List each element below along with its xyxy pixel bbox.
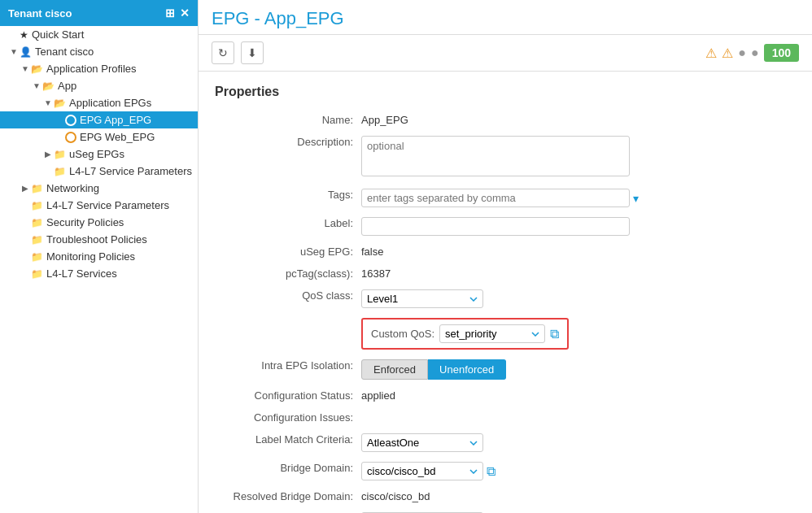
tags-row: ▾ [361, 189, 796, 207]
prop-value-config-issues [361, 408, 796, 411]
section-title: Properties [215, 85, 796, 99]
sidebar-item-monitoring-policies[interactable]: Monitoring Policies [0, 248, 198, 265]
warning-icon-1: ⚠ [705, 46, 717, 61]
circle-icon-web-epg [65, 132, 76, 143]
info-icon-1: ● [738, 46, 746, 60]
sidebar-close-icon[interactable]: ✕ [180, 7, 190, 20]
toolbar: ↻ ⬇ ⚠ ⚠ ● ● 100 [199, 35, 812, 72]
refresh-button[interactable]: ↻ [212, 41, 234, 64]
tags-dropdown-icon[interactable]: ▾ [633, 192, 639, 205]
label-input[interactable] [361, 217, 630, 236]
sidebar-item-epg-web-epg[interactable]: EPG Web_EPG [0, 128, 198, 146]
prop-value-pctag: 16387 [361, 264, 796, 280]
label-match-select-wrapper: AtleastOne AtmostOne All None [361, 433, 796, 452]
sidebar-item-label: L4-L7 Services [46, 267, 117, 280]
sidebar-item-label: Networking [46, 182, 99, 194]
sidebar-item-label: Quick Start [32, 28, 84, 41]
prop-value-config-status: applied [361, 386, 796, 402]
prop-label-tags: Tags: [215, 185, 361, 201]
sidebar-item-epg-app-epg[interactable]: EPG App_EPG [0, 111, 198, 128]
prop-row-monitoring-policy: Monitoring Policy: select a value ⧉ [215, 509, 796, 513]
prop-label-qos: QoS class: [215, 286, 361, 302]
sidebar-item-l4l7-service-params-2[interactable]: L4-L7 Service Parameters [0, 197, 198, 214]
prop-row-label-match: Label Match Criteria: AtleastOne AtmostO… [215, 430, 796, 452]
qos-select-wrapper: Level1 Level2 Level3 Unspecified [361, 289, 796, 308]
folder-open-icon-app [42, 80, 55, 92]
custom-qos-nav-icon[interactable]: ⧉ [550, 327, 559, 341]
prop-label-resolved-bd: Resolved Bridge Domain: [215, 487, 361, 502]
sidebar-item-label: L4-L7 Service Parameters [46, 199, 169, 211]
prop-label-intra-epg: Intra EPG Isolation: [215, 356, 361, 372]
arrow-app-profiles [20, 64, 31, 73]
bridge-domain-select-wrapper: cisco/cisco_bd ⧉ [361, 462, 796, 480]
sidebar-item-application-epgs[interactable]: Application EPGs [0, 94, 198, 111]
page-title: EPG - App_EPG [212, 8, 799, 29]
prop-row-label: Label: [215, 214, 796, 236]
prop-value-description [361, 133, 796, 179]
prop-row-pctag: pcTag(sclass): 16387 [215, 264, 796, 280]
custom-qos-label: Custom QoS: [371, 328, 434, 340]
prop-label-custom-qos [215, 315, 361, 318]
sidebar-item-label: Application EPGs [69, 97, 151, 109]
download-button[interactable]: ⬇ [241, 41, 264, 64]
prop-label-name: Name: [215, 111, 361, 126]
prop-row-config-status: Configuration Status: applied [215, 386, 796, 402]
sidebar-item-label: Security Policies [46, 216, 124, 228]
folder-icon-monitoring [31, 250, 43, 263]
prop-row-tags: Tags: ▾ [215, 185, 796, 207]
sidebar-item-label: App [58, 80, 76, 92]
score-badge: 100 [764, 44, 799, 62]
arrow-tenant [8, 47, 20, 56]
folder-icon-l4l7 [54, 165, 66, 177]
prop-row-intra-epg: Intra EPG Isolation: Enforced Unenforced [215, 356, 796, 380]
prop-label-useg: uSeg EPG: [215, 242, 361, 258]
prop-value-resolved-bd: cisco/cisco_bd [361, 487, 796, 502]
sidebar-item-quick-start[interactable]: ★ Quick Start [0, 26, 198, 43]
bridge-domain-select[interactable]: cisco/cisco_bd [361, 462, 483, 480]
sidebar-item-label: EPG App_EPG [80, 114, 151, 126]
sidebar-item-label: Troubleshoot Policies [46, 233, 147, 246]
page-header: EPG - App_EPG [199, 0, 812, 35]
custom-qos-select[interactable]: set_priority none [439, 324, 545, 343]
prop-row-name: Name: App_EPG [215, 111, 796, 126]
sidebar-item-l4-l7-params[interactable]: L4-L7 Service Parameters [0, 163, 198, 180]
custom-qos-box: Custom QoS: set_priority none ⧉ [361, 318, 569, 350]
sidebar-item-security-policies[interactable]: Security Policies [0, 214, 198, 231]
info-icon-2: ● [751, 46, 759, 60]
sidebar-item-application-profiles[interactable]: Application Profiles [0, 60, 198, 77]
content-area: Properties Name: App_EPG Description: Ta… [199, 72, 812, 513]
folder-icon-l4l7-2 [31, 199, 43, 211]
prop-value-bridge-domain: cisco/cisco_bd ⧉ [361, 459, 796, 480]
sidebar-item-troubleshoot-policies[interactable]: Troubleshoot Policies [0, 231, 198, 248]
prop-label-config-issues: Configuration Issues: [215, 408, 361, 424]
sidebar-grid-icon[interactable]: ⊞ [165, 7, 175, 20]
qos-select[interactable]: Level1 Level2 Level3 Unspecified [361, 289, 483, 308]
label-match-select[interactable]: AtleastOne AtmostOne All None [361, 433, 483, 452]
prop-label-config-status: Configuration Status: [215, 386, 361, 402]
folder-icon-networking [31, 182, 43, 194]
intra-epg-toggle-group: Enforced Unenforced [361, 359, 796, 380]
sidebar-item-l4l7-services[interactable]: L4-L7 Services [0, 265, 198, 282]
warning-icon-2: ⚠ [722, 46, 733, 61]
sidebar-item-networking[interactable]: Networking [0, 180, 198, 197]
sidebar-item-useg-epgs[interactable]: uSeg EPGs [0, 146, 198, 163]
sidebar-item-label: L4-L7 Service Parameters [69, 165, 192, 177]
unenforced-button[interactable]: Unenforced [428, 359, 506, 380]
circle-icon-app-epg [65, 115, 76, 126]
enforced-button[interactable]: Enforced [361, 359, 428, 380]
folder-icon-troubleshoot [31, 233, 43, 246]
description-textarea[interactable] [361, 136, 630, 176]
bridge-domain-nav-icon[interactable]: ⧉ [487, 464, 495, 479]
sidebar-header-icons: ⊞ ✕ [165, 7, 190, 20]
prop-label-label-match: Label Match Criteria: [215, 430, 361, 446]
prop-value-intra-epg: Enforced Unenforced [361, 356, 796, 380]
sidebar-item-app[interactable]: App [0, 77, 198, 94]
folder-open-icon [31, 63, 43, 75]
sidebar-item-tenant-cisco[interactable]: 👤 Tenant cisco [0, 43, 198, 60]
tags-input[interactable] [361, 189, 630, 207]
sidebar-title: Tenant cisco [8, 7, 72, 20]
folder-icon-security [31, 216, 43, 228]
toolbar-icons-right: ⚠ ⚠ ● ● 100 [705, 44, 799, 62]
sidebar: Tenant cisco ⊞ ✕ ★ Quick Start 👤 Tenant … [0, 0, 199, 513]
folder-icon-useg [54, 148, 66, 160]
